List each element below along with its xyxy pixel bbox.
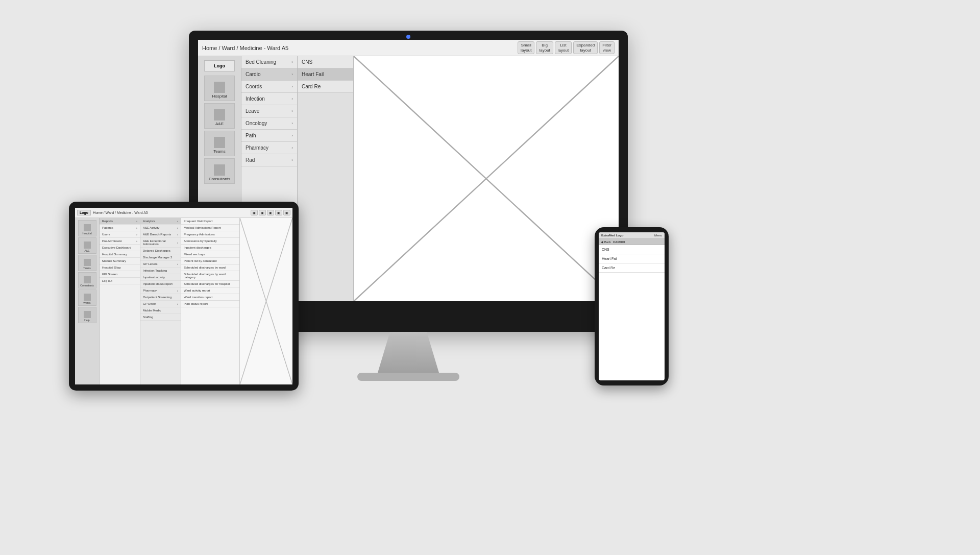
hospital-icon — [214, 82, 225, 93]
tablet-menu-delayed[interactable]: Delayed Discharges — [140, 248, 181, 254]
tablet-menu-sched-by-ward[interactable]: Scheduled discharges by ward — [181, 264, 239, 271]
tablet-menu-outpatient[interactable]: Outpatient Screening — [140, 294, 181, 301]
tablet-menu-plan-status[interactable]: Plan status report — [181, 301, 239, 307]
tablet-sidebar-hospital[interactable]: Hospital — [78, 220, 96, 236]
wards-icon — [84, 294, 91, 301]
tablet-btn-5[interactable]: ▣ — [283, 210, 290, 215]
tablet-sidebar-ae[interactable]: A&E — [78, 237, 96, 254]
tablet-menu-sched-by-category[interactable]: Scheduled discharges by ward category — [181, 271, 239, 281]
tablet-menu-inpatient-status[interactable]: Inpatient status report — [140, 281, 181, 287]
tablet-btn-4[interactable]: ▣ — [275, 210, 282, 215]
tablet-sidebar-label-consultants: Consultants — [80, 284, 93, 287]
tablet-menu-reports[interactable]: Reports › — [100, 218, 140, 225]
menu-item-path[interactable]: Path › — [241, 130, 297, 142]
tablet-menu-mobile-medic[interactable]: Mobile Medic — [140, 307, 181, 314]
list-layout-button[interactable]: Listlayout — [555, 41, 572, 54]
wireframe-area — [354, 56, 619, 301]
phone-list-item-cns[interactable]: CNS — [599, 245, 665, 254]
wireframe-svg — [354, 56, 619, 301]
tablet-menu-ward-activity[interactable]: Ward activity report — [181, 287, 239, 294]
menu-item-leave[interactable]: Leave › — [241, 105, 297, 117]
menu-item-bed-cleaning[interactable]: Bed Cleaning › — [241, 56, 297, 68]
tablet-menu-ae-breach[interactable]: A&E Breach Reports › — [140, 231, 181, 238]
tablet-menu-mixed-sex[interactable]: Mixed sex bays — [181, 251, 239, 258]
sidebar-item-teams[interactable]: Teams — [204, 131, 235, 156]
sidebar-item-consultants[interactable]: Consultants — [204, 158, 235, 184]
tablet-menu-patients[interactable]: Patients › — [100, 225, 140, 231]
sidebar-item-hospital[interactable]: Hospital — [204, 76, 235, 101]
imac-camera — [406, 35, 410, 39]
tablet-menu-infection[interactable]: Infection Tracking — [140, 268, 181, 274]
tablet-btn-2[interactable]: ▣ — [259, 210, 266, 215]
tablet-btn-3[interactable]: ▣ — [267, 210, 274, 215]
tablet-menu-users[interactable]: Users › — [100, 231, 140, 238]
menu-item-heart-fail[interactable]: Heart Fail — [298, 68, 353, 81]
tablet-menu-patient-list[interactable]: Patient list by consultant — [181, 258, 239, 264]
sidebar-logo[interactable]: Logo — [204, 60, 235, 71]
tablet-sidebar-teams[interactable]: Teams — [78, 255, 96, 271]
menu-item-pharmacy[interactable]: Pharmacy › — [241, 142, 297, 154]
tablet-menu-staffing[interactable]: Staffing — [140, 314, 181, 321]
tablet-menu-analytics[interactable]: Analytics › — [140, 218, 181, 225]
tablet-btn-1[interactable]: ▣ — [251, 210, 258, 215]
tablet-menu-kpi[interactable]: KPI Screen — [100, 271, 140, 278]
menu-item-rad[interactable]: Rad › — [241, 154, 297, 166]
hospital-icon — [84, 224, 91, 231]
sidebar-label-ae: A&E — [215, 122, 224, 126]
tablet-sidebar-consultants[interactable]: Consultants — [78, 272, 96, 288]
arrow-icon: › — [291, 84, 293, 89]
consultants-icon — [214, 164, 225, 176]
phone-list-item-card-re[interactable]: Card Re — [599, 263, 665, 273]
phone-header: ExtraMed Logo Menu — [599, 232, 665, 239]
menu-item-oncology[interactable]: Oncology › — [241, 117, 297, 130]
phone-menu-label: Menu — [654, 234, 662, 237]
tablet-menu-ae-exceptional[interactable]: A&E Exceptional Admissions › — [140, 238, 181, 248]
tablet-menu-hospital-sltsp[interactable]: Hospital Sltsp — [100, 264, 140, 271]
arrow-icon: › — [291, 158, 293, 162]
arrow-icon: › — [291, 60, 293, 64]
tablet-menu-gp-direct[interactable]: GP Direct › — [140, 301, 181, 307]
app-header: Home / Ward / Medicine - Ward A5 Smallla… — [198, 40, 619, 56]
tablet-menu-ward-transfers[interactable]: Ward transfers report — [181, 294, 239, 301]
tablet-menu-inpatient-activity[interactable]: Inpatient activity — [140, 274, 181, 281]
tablet-menu-logout[interactable]: Log out — [100, 278, 140, 284]
imac-base — [357, 373, 459, 381]
small-layout-button[interactable]: Smalllayout — [518, 41, 534, 54]
sidebar-item-ae[interactable]: A&E — [204, 103, 235, 129]
tablet-menu-sched-hospital[interactable]: Scheduled discharges for hospital — [181, 281, 239, 287]
tablet-menu-exec-dashboard[interactable]: Executive Dashboard — [100, 245, 140, 251]
filter-view-button[interactable]: Filterview — [599, 41, 615, 54]
menu-item-card-re[interactable]: Card Re — [298, 81, 353, 93]
menu-item-cns[interactable]: CNS — [298, 56, 353, 68]
expanded-layout-button[interactable]: Expandedlayout — [573, 41, 598, 54]
consultants-icon — [84, 276, 91, 283]
teams-icon — [84, 259, 91, 266]
menu-item-infection[interactable]: Infection › — [241, 93, 297, 105]
phone-logo: ExtraMed Logo — [601, 234, 623, 237]
phone-back-button[interactable]: ◀ Back — [601, 240, 611, 244]
phone-list-item-heart-fail[interactable]: Heart Fail — [599, 254, 665, 263]
tablet-body: Hospital A&E Teams Consultants Wards — [75, 218, 292, 384]
tablet-menu-inpatient-discharges[interactable]: Inpatient discharges — [181, 245, 239, 251]
tablet-menu-ae-activity[interactable]: A&E Activity › — [140, 225, 181, 231]
tablet-menu-hospital-summary[interactable]: Hospital Summary — [100, 251, 140, 258]
tablet-menu-discharge-mgr[interactable]: Discharge Manager 2 — [140, 254, 181, 261]
tablet-menu-frequent-visit[interactable]: Frequent Visit Report — [181, 218, 239, 225]
tablet-menu-manual-summary[interactable]: Manual Summary — [100, 258, 140, 264]
tablet-sidebar-help[interactable]: Help — [78, 307, 96, 323]
tablet-menu-pregnancy[interactable]: Pregnancy Admissions — [181, 231, 239, 238]
tablet-header: Logo Home / Ward / Medicine - Ward A5 ▣ … — [75, 208, 292, 218]
menu-item-cardio[interactable]: Cardio › — [241, 68, 297, 81]
tablet-menu-gp-letters[interactable]: GP Letters › — [140, 261, 181, 268]
breadcrumb: Home / Ward / Medicine - Ward A5 — [202, 45, 518, 51]
big-layout-button[interactable]: Biglayout — [536, 41, 553, 54]
phone-screen: ExtraMed Logo Menu ◀ Back CARDIO CNS Hea… — [599, 232, 665, 380]
menu-column-2: CNS Heart Fail Card Re — [298, 56, 354, 301]
tablet-menu-pharmacy[interactable]: Pharmacy › — [140, 287, 181, 294]
menu-item-coords[interactable]: Coords › — [241, 81, 297, 93]
tablet-menu-preadmission[interactable]: Pre-Admission › — [100, 238, 140, 245]
tablet-menu-admissions-specialty[interactable]: Admissions by Specialty — [181, 238, 239, 245]
tablet-wireframe-area — [240, 218, 292, 384]
tablet-sidebar-wards[interactable]: Wards — [78, 289, 96, 306]
tablet-menu-medical-admissions[interactable]: Medical Admissions Report — [181, 225, 239, 231]
